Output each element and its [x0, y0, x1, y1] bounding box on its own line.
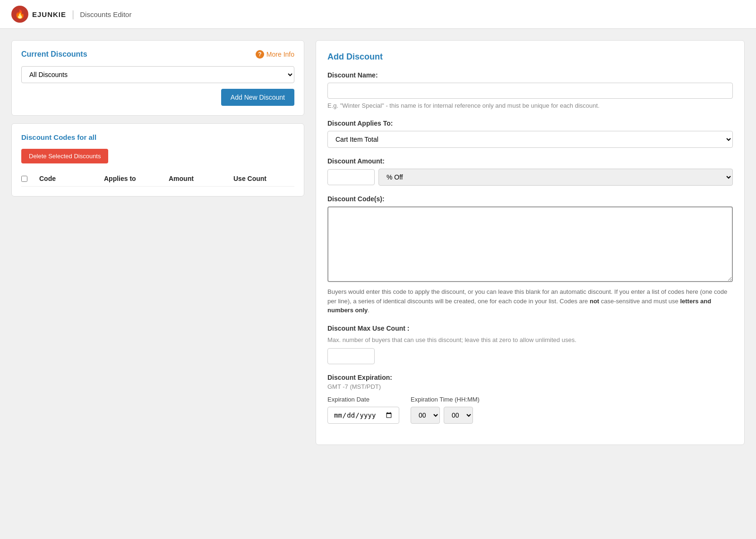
more-info-icon: ?: [256, 50, 264, 59]
not-bold: not: [590, 298, 599, 305]
discount-codes-label: Discount Code(s):: [327, 195, 733, 203]
discount-codes-textarea[interactable]: [327, 206, 733, 282]
discount-amount-group: Discount Amount: % Off $ Off $ Fixed: [327, 157, 733, 186]
col-code: Code: [39, 175, 100, 182]
expiration-minute-select[interactable]: 00 15 30 45: [444, 407, 473, 424]
discount-codes-hint: Buyers would enter this code to apply th…: [327, 287, 733, 315]
left-panel: Current Discounts ? More Info All Discou…: [11, 40, 304, 197]
discount-applies-to-label: Discount Applies To:: [327, 120, 733, 127]
expiration-row: Expiration Date Expiration Time (HH:MM) …: [327, 396, 733, 424]
current-discounts-header: Current Discounts ? More Info: [21, 50, 294, 59]
discount-applies-to-group: Discount Applies To: Cart Item Total Shi…: [327, 120, 733, 148]
timezone-hint: GMT -7 (MST/PDT): [327, 383, 733, 390]
expiration-time-label: Expiration Time (HH:MM): [411, 396, 480, 403]
app-header: 🔥 EJUNKIE | Discounts Editor: [0, 0, 756, 29]
more-info-label: More Info: [266, 51, 294, 58]
discount-name-group: Discount Name: E.g. "Winter Special" - t…: [327, 71, 733, 110]
header-checkbox-cell: [21, 175, 35, 182]
logo-text: EJUNKIE: [32, 10, 66, 18]
letters-numbers-bold: letters and numbers only: [327, 298, 711, 314]
main-content: Current Discounts ? More Info All Discou…: [0, 29, 756, 456]
select-all-checkbox[interactable]: [21, 176, 27, 182]
expiration-date-input[interactable]: [327, 407, 399, 424]
discount-amount-type-select[interactable]: % Off $ Off $ Fixed: [378, 169, 733, 186]
app-title: Discounts Editor: [80, 10, 131, 18]
col-applies-to: Applies to: [104, 175, 165, 182]
header-divider: |: [72, 9, 74, 20]
col-amount: Amount: [169, 175, 230, 182]
expiration-date-col: Expiration Date: [327, 396, 399, 424]
time-row: 00 01 02 03 00 15 30 45: [411, 407, 480, 424]
amount-row: % Off $ Off $ Fixed: [327, 169, 733, 186]
discount-codes-card: Discount Codes for all Delete Selected D…: [11, 123, 304, 197]
add-new-discount-button[interactable]: Add New Discount: [221, 89, 294, 106]
discounts-filter-select[interactable]: All Discounts: [21, 66, 294, 83]
discount-max-use-label: Discount Max Use Count :: [327, 325, 733, 332]
discount-expiration-label: Discount Expiration:: [327, 374, 733, 381]
discount-name-hint: E.g. "Winter Special" - this name is for…: [327, 102, 733, 110]
col-use-count: Use Count: [233, 175, 294, 182]
discount-codes-group: Discount Code(s): Buyers would enter thi…: [327, 195, 733, 315]
discount-applies-to-select[interactable]: Cart Item Total Shipping Cart Total: [327, 131, 733, 148]
expiration-hour-select[interactable]: 00 01 02 03: [411, 407, 440, 424]
discount-name-input[interactable]: [327, 83, 733, 99]
discount-codes-title: Discount Codes for all: [21, 133, 294, 141]
discount-expiration-group: Discount Expiration: GMT -7 (MST/PDT) Ex…: [327, 374, 733, 424]
discount-name-label: Discount Name:: [327, 71, 733, 79]
discount-max-use-group: Discount Max Use Count : Max. number of …: [327, 325, 733, 364]
discount-max-use-hint: Max. number of buyers that can use this …: [327, 336, 733, 344]
discount-amount-input[interactable]: [327, 169, 375, 185]
more-info-link[interactable]: ? More Info: [256, 50, 294, 59]
discount-amount-label: Discount Amount:: [327, 157, 733, 165]
form-title: Add Discount: [327, 52, 733, 62]
logo: 🔥 EJUNKIE: [11, 6, 66, 23]
delete-selected-button[interactable]: Delete Selected Discounts: [21, 149, 108, 163]
discount-max-use-input[interactable]: [327, 348, 375, 364]
expiration-time-col: Expiration Time (HH:MM) 00 01 02 03 00 1…: [411, 396, 480, 424]
table-header: Code Applies to Amount Use Count: [21, 171, 294, 187]
expiration-date-label: Expiration Date: [327, 396, 399, 403]
current-discounts-title: Current Discounts: [21, 50, 87, 59]
logo-icon: 🔥: [11, 6, 28, 23]
add-discount-form: Add Discount Discount Name: E.g. "Winter…: [316, 40, 745, 445]
current-discounts-card: Current Discounts ? More Info All Discou…: [11, 40, 304, 116]
